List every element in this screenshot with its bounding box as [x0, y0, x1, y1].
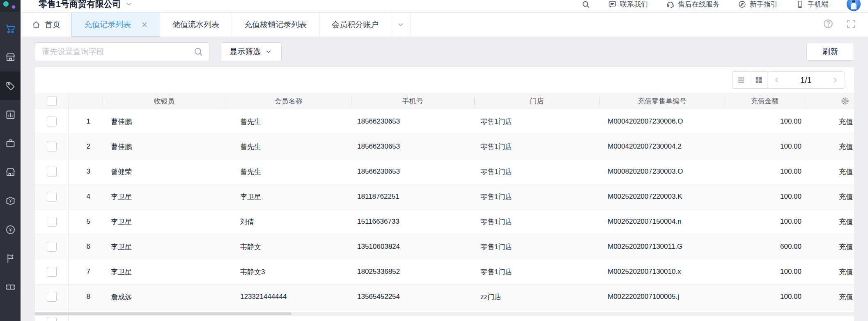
tabs-dropdown-button[interactable]	[391, 13, 411, 37]
cell-member: 刘倩	[226, 209, 351, 234]
svg-text:¥: ¥	[9, 227, 12, 232]
logo-dot-purple	[12, 5, 15, 9]
tab-stored-value-flow[interactable]: 储值流水列表	[160, 13, 232, 37]
table-row[interactable]: 4李卫星李卫星18118762251零售1门店M0025202007220003…	[35, 184, 854, 209]
row-checkbox[interactable]	[47, 242, 57, 252]
table-row[interactable]: 5李卫星刘倩15116636733零售1门店M0026202007150004.…	[35, 209, 854, 234]
sidebar-item-marketing-flag[interactable]	[0, 244, 21, 273]
topbar-link-contact-us[interactable]: 联系我们	[608, 0, 648, 9]
compass-icon	[738, 0, 746, 9]
company-switcher[interactable]: 零售1号商贸有限公司	[39, 0, 133, 10]
records-table: 收银员会员名称手机号门店充值零售单编号充值金额充值 1曹佳鹏曾先生1856623…	[35, 93, 854, 321]
topbar-link-beginner-guide[interactable]: 新手指引	[738, 0, 778, 9]
row-checkbox[interactable]	[47, 292, 57, 302]
cell-order_no: M0025202007130010.x	[599, 259, 725, 284]
chevron-down-icon	[265, 48, 272, 55]
column-header-cashier[interactable]: 收银员	[103, 93, 226, 109]
help-icon[interactable]	[823, 18, 834, 31]
horizontal-scrollbar-thumb[interactable]	[35, 312, 292, 315]
list-view-button[interactable]	[732, 71, 750, 89]
select-all-checkbox[interactable]	[47, 96, 57, 106]
topbar-link-mobile-app[interactable]: 手机端	[796, 0, 829, 9]
list-card: 1/1 收银员会员名称手机号门店充值零售单编号充值金额充值 1曹佳鹏曾先生185…	[35, 67, 854, 321]
user-avatar[interactable]	[847, 0, 861, 11]
tab-label: 首页	[45, 19, 60, 30]
sidebar-item-coupon[interactable]	[0, 273, 21, 301]
column-header-order_no[interactable]: 充值零售单编号	[599, 93, 725, 109]
tab-member-points-account[interactable]: 会员积分账户	[319, 13, 391, 37]
cell-member: 韦静文	[226, 234, 351, 259]
row-checkbox[interactable]	[47, 192, 57, 202]
row-checkbox[interactable]	[47, 142, 57, 151]
cell-store: 零售1门店	[474, 209, 599, 234]
row-checkbox[interactable]	[47, 167, 57, 177]
table-row[interactable]: 7李卫星韦静文318025336852零售1门店M002520200713001…	[35, 259, 854, 284]
row-checkbox[interactable]	[47, 267, 57, 277]
table-row[interactable]: 6李卫星韦静文13510603824零售1门店M0025202007130011…	[35, 234, 854, 259]
sidebar-item-shop[interactable]	[0, 43, 21, 71]
refresh-button[interactable]: 刷新	[806, 43, 854, 61]
sidebar-item-pos-cart[interactable]	[0, 14, 21, 43]
sidebar-item-member-marketing[interactable]	[0, 71, 21, 100]
search-icon[interactable]	[193, 46, 204, 59]
tab-recharge-records[interactable]: 充值记录列表×	[71, 13, 160, 37]
cell-phone: 15116636733	[351, 209, 474, 234]
table-row[interactable]: 2曹佳鹏曾先生18566230653零售1门店M0004202007230004…	[35, 134, 854, 159]
coin-yen-icon: ¥	[5, 224, 16, 235]
row-checkbox[interactable]	[47, 317, 57, 321]
table-row[interactable]: 1曹佳鹏曾先生18566230653零售1门店M0004202007230006…	[35, 109, 854, 134]
query-toolbar: 显示筛选 刷新	[35, 42, 854, 62]
topbar-link-label: 售后在线服务	[678, 0, 720, 9]
topbar-link-after-sales-service[interactable]: 售后在线服务	[666, 0, 720, 9]
topbar-actions: 联系我们售后在线服务新手指引手机端	[581, 0, 861, 11]
cell-store: 零售1门店	[474, 109, 599, 134]
column-header-phone[interactable]: 手机号	[351, 93, 474, 109]
column-header-amount[interactable]: 充值金额	[725, 93, 805, 109]
column-header-store[interactable]: 门店	[474, 93, 599, 109]
search-icon[interactable]	[581, 0, 590, 9]
row-checkbox[interactable]	[47, 217, 57, 227]
cell-amount: 100.00	[725, 109, 805, 134]
ticket-yen-icon: ¥	[5, 195, 16, 206]
sidebar-menu: ¥¥	[0, 12, 21, 301]
cell-phone: 18566230653	[351, 159, 474, 184]
search-input[interactable]	[35, 42, 209, 61]
row-checkbox-cell	[35, 259, 69, 284]
table-row[interactable]: 3曾健荣曾先生18566230653零售1门店M0008202007230003…	[35, 159, 854, 184]
row-checkbox[interactable]	[47, 117, 57, 126]
close-icon[interactable]: ×	[142, 20, 147, 30]
cell-cashier: 曾健荣	[103, 159, 226, 184]
column-settings-gear-icon[interactable]	[836, 93, 854, 109]
cell-amount: 100.00	[725, 184, 805, 209]
sidebar-item-finance-yen[interactable]: ¥	[0, 215, 21, 244]
column-header-member[interactable]: 会员名称	[226, 93, 351, 109]
cell-order_no: M0025202007130011.G	[599, 234, 725, 259]
grid-view-button[interactable]	[750, 71, 768, 89]
tab-recharge-writeoff-records[interactable]: 充值核销记录列表	[232, 13, 319, 37]
show-filter-button[interactable]: 显示筛选	[220, 42, 282, 61]
fullscreen-icon[interactable]	[846, 18, 857, 31]
prev-page-icon[interactable]	[773, 76, 781, 84]
sidebar-item-reports[interactable]	[0, 100, 21, 129]
cell-amount: 100.00	[725, 134, 805, 159]
topbar-link-label: 新手指引	[750, 0, 778, 9]
sidebar-item-workbench[interactable]	[0, 129, 21, 158]
cell-row-number: 2	[69, 134, 103, 159]
sidebar-item-voucher-yen[interactable]: ¥	[0, 186, 21, 215]
cell-amount: 100.00	[725, 259, 805, 284]
query-search-box	[35, 42, 209, 61]
cell-row-number: 6	[69, 234, 103, 259]
cell-order_no: M0008202007230003.O	[599, 159, 725, 184]
cell-row-number: 7	[69, 259, 103, 284]
table-row[interactable]: 8詹成远12332144444413565452254zz门店M00222020…	[35, 284, 854, 310]
cell-member: 韦静文3	[226, 259, 351, 284]
tab-home[interactable]: 首页	[21, 13, 71, 37]
topbar-links: 联系我们售后在线服务新手指引手机端	[608, 0, 829, 9]
list-controls: 1/1	[35, 67, 854, 93]
next-page-icon[interactable]	[831, 76, 839, 84]
cell-type: 充值	[805, 234, 854, 259]
row-checkbox-cell	[35, 134, 69, 159]
sidebar-item-store[interactable]	[0, 158, 21, 186]
cell-type: 充值	[805, 159, 854, 184]
headset-icon	[666, 0, 675, 9]
